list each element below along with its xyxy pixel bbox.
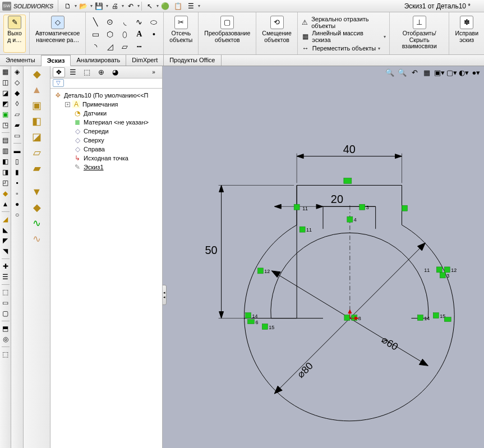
rail1-btn3[interactable]: ◪: [1, 89, 10, 98]
chamfer-tool[interactable]: ◿: [104, 41, 116, 52]
rail1-btn24[interactable]: ◎: [1, 335, 10, 344]
rail1-btn15[interactable]: ◣: [1, 225, 10, 234]
rail1-btn17[interactable]: ◥: [1, 247, 10, 256]
rail2-btn1[interactable]: ◈: [13, 67, 22, 76]
rail1-btn12[interactable]: ◆: [1, 189, 10, 198]
qat-undo-button[interactable]: ↶: [125, 1, 137, 11]
dim-d80[interactable]: 80: [299, 360, 315, 376]
dim-20[interactable]: 20: [331, 193, 343, 205]
tree-tab-property[interactable]: ☰: [67, 67, 79, 77]
tree-top-plane[interactable]: ◇ Сверху: [52, 136, 161, 145]
rail2-btn13[interactable]: ●: [13, 200, 22, 209]
dim-40[interactable]: 40: [343, 143, 356, 155]
fm-btn11[interactable]: ∿: [29, 232, 45, 246]
tree-sketch1[interactable]: ✎ Эскиз1: [52, 163, 161, 172]
tree-material[interactable]: ≣ Материал <не указан>: [52, 118, 161, 127]
rail2-btn7[interactable]: ▭: [13, 131, 22, 140]
rail1-btn19[interactable]: ☰: [1, 273, 10, 281]
filter-icon[interactable]: ▽: [53, 79, 64, 87]
rail1-btn7[interactable]: ▤: [1, 136, 10, 145]
exit-sketch-button[interactable]: ✎ Выхо д и…: [3, 15, 26, 53]
tree-sensors[interactable]: ◔ Датчики: [52, 109, 161, 118]
tree-front-plane[interactable]: ◇ Спереди: [52, 127, 161, 136]
move-button[interactable]: ↔ Переместить объекты ▾: [301, 44, 386, 53]
offset-button[interactable]: ⟲ Смещение объектов: [260, 15, 294, 53]
rail2-btn6[interactable]: ▰: [13, 121, 22, 130]
tab-sketch[interactable]: Эскиз: [42, 55, 71, 66]
graphics-viewport[interactable]: 🔍 🔍 ↶ ▦ ▣▾ ▢▾ ◐▾ ●▾ ◂◂: [163, 66, 484, 448]
ellipse-tool[interactable]: ⬭: [147, 16, 160, 27]
rail1-btn10[interactable]: ◨: [1, 168, 10, 177]
rail1-btn8[interactable]: ▥: [1, 146, 10, 155]
fm-btn7[interactable]: ▰: [29, 161, 45, 175]
tree-root[interactable]: ❖ Деталь10 (По умолчанию<<П: [52, 91, 161, 100]
qat-options-button[interactable]: 📋: [172, 1, 185, 11]
tab-office[interactable]: Продукты Office: [164, 55, 221, 66]
fm-btn4[interactable]: ◧: [29, 114, 45, 128]
tree-tab-config[interactable]: ⬚: [81, 67, 93, 77]
qat-panes-button[interactable]: ☰: [185, 1, 197, 11]
rail1-btn11[interactable]: ◰: [1, 178, 10, 187]
repair-sketch-button[interactable]: ✽ Исправи эскиз: [453, 15, 481, 53]
slot-tool[interactable]: ⬯: [118, 29, 131, 40]
fm-btn9[interactable]: ◆: [29, 201, 45, 214]
rail1-btn25[interactable]: ⬚: [1, 350, 10, 359]
tree-expand-button[interactable]: »: [147, 67, 160, 77]
trim-button[interactable]: ✂ Отсечь объекты: [167, 15, 195, 53]
fm-btn5[interactable]: ◪: [29, 130, 45, 144]
rail1-btn2[interactable]: ◫: [1, 78, 10, 87]
rail2-btn2[interactable]: ◇: [13, 78, 22, 87]
rail1-btn16[interactable]: ◤: [1, 236, 10, 245]
tree-annotations[interactable]: + A Примечания: [52, 100, 161, 109]
dim-50[interactable]: 50: [205, 244, 217, 256]
tree-origin[interactable]: ↳ Исходная точка: [52, 154, 161, 163]
text-tool[interactable]: A: [133, 29, 145, 40]
qat-open-button[interactable]: 📂: [77, 1, 90, 11]
tab-dimxpert[interactable]: DimXpert: [126, 55, 164, 66]
fm-btn3[interactable]: ▣: [29, 99, 45, 112]
rail2-btn8[interactable]: ▬: [13, 146, 22, 155]
rail2-btn4[interactable]: ◊: [13, 99, 22, 108]
fm-btn6[interactable]: ▱: [29, 146, 45, 159]
tree-tab-dimxpert[interactable]: ⊕: [95, 67, 107, 77]
rail1-btn9[interactable]: ◧: [1, 157, 10, 166]
mirror-button[interactable]: ⚠ Зеркально отразить объекты: [301, 16, 386, 29]
fm-btn1[interactable]: ◆: [29, 67, 45, 81]
qat-save-button[interactable]: 💾: [93, 1, 105, 11]
qat-print-button[interactable]: 🖨: [109, 1, 121, 11]
rail2-btn3[interactable]: ◆: [13, 89, 22, 98]
circle-tool[interactable]: ⊙: [104, 16, 116, 27]
rail1-btn20[interactable]: ⬚: [1, 288, 10, 297]
arc-tool[interactable]: ◟: [118, 16, 131, 27]
rail1-btn4[interactable]: ◩: [1, 99, 10, 108]
rail1-btn21[interactable]: ▭: [1, 298, 10, 307]
rail1-btn13[interactable]: ▲: [1, 200, 10, 209]
rail2-btn10[interactable]: ▮: [13, 168, 22, 177]
tree-tab-feature[interactable]: ❖: [53, 67, 65, 77]
spline-tool[interactable]: ∿: [133, 16, 145, 27]
tree-tab-display[interactable]: ◕: [109, 67, 121, 77]
rail2-btn9[interactable]: ▯: [13, 157, 22, 166]
rail1-btn14[interactable]: ◢: [1, 215, 10, 224]
rail2-btn11[interactable]: ▪: [13, 178, 22, 187]
qat-rebuild-button[interactable]: 🟢: [159, 1, 172, 11]
rail1-btn18[interactable]: ✚: [1, 262, 10, 271]
qat-new-button[interactable]: 🗋: [62, 1, 74, 11]
fillet-tool[interactable]: ◝: [89, 41, 102, 52]
dim-d60[interactable]: 60: [385, 337, 400, 352]
fm-btn2[interactable]: ▲: [29, 83, 45, 96]
rail2-btn5[interactable]: ▱: [13, 110, 22, 119]
qat-select-button[interactable]: ↖: [144, 1, 156, 11]
rectangle-tool[interactable]: ▭: [89, 29, 102, 40]
linear-pattern-button[interactable]: ▦ Линейный массив эскиза ▾: [301, 30, 386, 43]
plane-tool[interactable]: ▱: [118, 41, 131, 52]
rail1-btn5[interactable]: ▣: [1, 110, 10, 119]
line-tool[interactable]: ╲: [89, 16, 102, 27]
tab-evaluate[interactable]: Анализировать: [71, 55, 126, 66]
tree-right-plane[interactable]: ◇ Справа: [52, 145, 161, 154]
rail1-btn23[interactable]: ⬒: [1, 324, 10, 333]
fm-btn10[interactable]: ∿: [29, 216, 45, 230]
convert-button[interactable]: ▢ Преобразование объектов: [202, 15, 252, 53]
rail2-btn12[interactable]: ▫: [13, 189, 22, 198]
rail2-btn14[interactable]: ○: [13, 210, 22, 219]
